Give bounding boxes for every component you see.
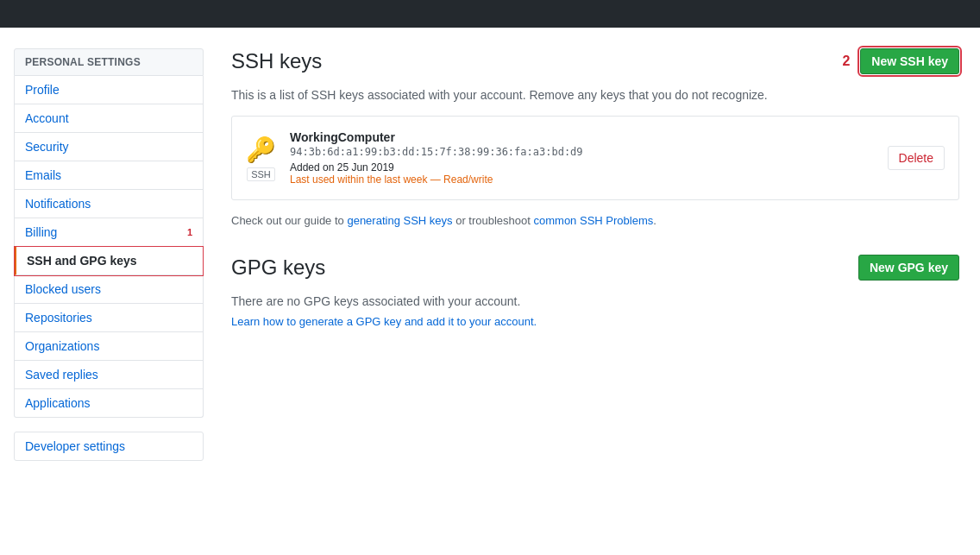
sidebar-item-billing[interactable]: Billing 1 — [15, 218, 203, 247]
gpg-keys-section: GPG keys New GPG key There are no GPG ke… — [231, 255, 959, 328]
sidebar-item-label: Organizations — [25, 339, 99, 353]
sidebar-item-security[interactable]: Security — [15, 133, 203, 161]
key-details: WorkingComputer 94:3b:6d:a1:99:b3:dd:15:… — [290, 130, 874, 186]
sidebar-item-label: Account — [25, 111, 69, 125]
gpg-section-header: GPG keys New GPG key — [231, 255, 959, 281]
ssh-description-text: This is a list of SSH keys associated wi… — [231, 88, 768, 102]
learn-suffix: . — [534, 315, 537, 328]
page-container: Personal settings Profile Account Securi… — [0, 28, 980, 555]
help-suffix: . — [653, 214, 656, 227]
ssh-description: This is a list of SSH keys associated wi… — [231, 88, 959, 102]
ssh-count-badge: 2 — [842, 54, 850, 69]
sidebar-item-label: Security — [25, 140, 69, 154]
sidebar-item-label: Emails — [25, 168, 61, 182]
help-prefix: Check out our guide to — [231, 214, 347, 227]
sidebar-item-developer-settings[interactable]: Developer settings — [15, 432, 203, 460]
sidebar-item-repositories[interactable]: Repositories — [15, 304, 203, 332]
key-added-date: Added on 25 Jun 2019 — [290, 161, 394, 173]
generating-ssh-keys-link[interactable]: generating SSH keys — [347, 214, 452, 227]
top-navigation-bar — [0, 0, 980, 28]
delete-ssh-key-button[interactable]: Delete — [888, 146, 945, 170]
sidebar-item-label: Billing — [25, 225, 57, 239]
sidebar-item-label: SSH and GPG keys — [27, 254, 137, 268]
key-last-used: Last used within the last week — Read/wr… — [290, 173, 493, 186]
gpg-learn-text: Learn how to generate a GPG key and add … — [231, 315, 959, 328]
sidebar-item-label: Repositories — [25, 311, 92, 325]
new-gpg-key-button[interactable]: New GPG key — [858, 255, 959, 281]
sidebar-item-label: Notifications — [25, 197, 91, 211]
sidebar-item-applications[interactable]: Applications — [15, 389, 203, 417]
sidebar-nav: Profile Account Security Emails Notifica… — [14, 76, 204, 418]
ssh-key-card: 🔑 SSH WorkingComputer 94:3b:6d:a1:99:b3:… — [231, 116, 959, 200]
ssh-section-header: SSH keys 2 New SSH key — [231, 48, 959, 74]
sidebar-item-label: Applications — [25, 396, 91, 410]
sidebar-section-title: Personal settings — [14, 48, 204, 76]
sidebar-item-blocked-users[interactable]: Blocked users — [15, 275, 203, 304]
sidebar-developer-settings[interactable]: Developer settings — [14, 432, 204, 461]
sidebar-item-organizations[interactable]: Organizations — [15, 332, 203, 361]
new-ssh-key-button[interactable]: New SSH key — [860, 48, 959, 74]
sidebar-item-account[interactable]: Account — [15, 104, 203, 133]
ssh-help-text: Check out our guide to generating SSH ke… — [231, 214, 959, 227]
key-name: WorkingComputer — [290, 130, 874, 144]
sidebar-item-label: Developer settings — [25, 439, 125, 453]
sidebar-item-label: Blocked users — [25, 282, 101, 296]
key-fingerprint: 94:3b:6d:a1:99:b3:dd:15:7f:38:99:36:fa:a… — [290, 146, 874, 158]
main-content: SSH keys 2 New SSH key This is a list of… — [224, 48, 966, 534]
key-icon: 🔑 — [246, 136, 276, 164]
sidebar-item-label: Profile — [25, 83, 60, 97]
key-icon-box: 🔑 SSH — [246, 136, 276, 181]
ssh-label: SSH — [247, 167, 275, 181]
gpg-no-keys-text: There are no GPG keys associated with yo… — [231, 294, 959, 308]
learn-prefix: Learn how to — [231, 315, 299, 328]
sidebar: Personal settings Profile Account Securi… — [14, 48, 204, 534]
no-keys-span: There are no GPG keys associated with yo… — [231, 294, 520, 308]
common-ssh-problems-link[interactable]: common SSH Problems — [534, 214, 654, 227]
sidebar-item-saved-replies[interactable]: Saved replies — [15, 361, 203, 389]
sidebar-item-ssh-gpg-keys[interactable]: SSH and GPG keys — [15, 247, 203, 275]
gpg-section-title: GPG keys — [231, 255, 325, 280]
key-meta: Added on 25 Jun 2019 Last used within th… — [290, 161, 874, 186]
ssh-header-right: 2 New SSH key — [842, 48, 959, 74]
ssh-keys-section: SSH keys 2 New SSH key This is a list of… — [231, 48, 959, 227]
sidebar-item-emails[interactable]: Emails — [15, 161, 203, 190]
help-middle: or troubleshoot — [453, 214, 534, 227]
billing-badge: 1 — [187, 227, 192, 237]
sidebar-item-notifications[interactable]: Notifications — [15, 190, 203, 218]
sidebar-item-label: Saved replies — [25, 368, 98, 382]
ssh-section-title: SSH keys — [231, 49, 322, 73]
sidebar-item-profile[interactable]: Profile — [15, 76, 203, 104]
generate-gpg-key-link[interactable]: generate a GPG key and add it to your ac… — [299, 315, 534, 328]
